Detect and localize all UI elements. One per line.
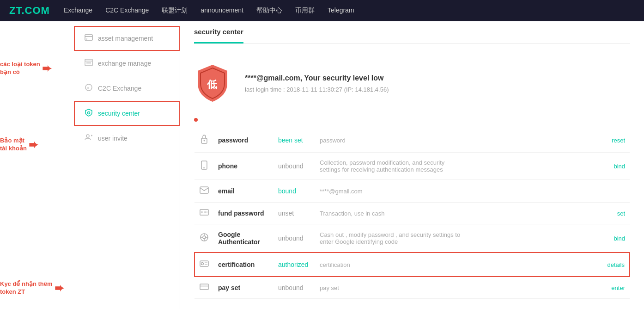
tab-bar: security center (194, 21, 630, 44)
security-center-icon (84, 108, 93, 118)
svg-point-9 (88, 112, 90, 114)
phone-icon-cell (194, 153, 213, 180)
certification-action-cell: details (581, 253, 630, 277)
table-row-google-auth: GoogleAuthenticator unbound Cash out , m… (194, 224, 630, 253)
svg-text:¥: ¥ (87, 86, 90, 90)
email-status: bound (273, 180, 315, 203)
google-auth-status: unbound (273, 224, 315, 253)
pay-set-action-cell: enter (581, 277, 630, 299)
sidebar-item-security-label: security center (98, 110, 140, 117)
sidebar-item-c2c[interactable]: ¥ C2C Exchange (74, 76, 180, 101)
email-desc: ****@gmail.com (315, 180, 581, 203)
phone-name: phone (213, 153, 273, 180)
sidebar-item-c2c-label: C2C Exchange (98, 85, 141, 92)
annotation-kyc: Kyc để nhận thêmtoken ZT ➨ (0, 280, 64, 296)
security-header: 低 ****@gmail.com, Your security level lo… (194, 53, 630, 113)
certification-desc: certification (315, 253, 581, 277)
password-name: password (213, 128, 273, 153)
svg-rect-18 (200, 187, 208, 193)
nav-link-联盟计划[interactable]: 联盟计划 (162, 6, 188, 14)
sidebar-item-exchange-label: exchange manage (98, 60, 151, 67)
certification-details-link[interactable]: details (607, 261, 625, 268)
sidebar-item-exchange-manage[interactable]: exchange manage (74, 51, 180, 76)
email-name: email (213, 180, 273, 203)
asset-management-icon: ¥ (84, 33, 93, 43)
pay-set-status: unbound (273, 277, 315, 299)
svg-text:低: 低 (207, 79, 218, 90)
sidebar-item-user-invite-label: user invite (98, 135, 128, 142)
sidebar-item-asset-management[interactable]: ¥ asset management (74, 26, 180, 51)
sidebar-item-user-invite[interactable]: user invite (74, 126, 180, 151)
user-email: ****@gmail.com (245, 74, 300, 82)
pay-set-enter-link[interactable]: enter (611, 284, 625, 291)
annotation-kyc-arrow: ➨ (55, 282, 64, 295)
svg-rect-36 (200, 285, 208, 287)
password-status: been set (273, 128, 315, 153)
nav-link-exchange[interactable]: Exchange (64, 6, 92, 14)
svg-text:¥: ¥ (86, 37, 88, 40)
annotation-security-arrow: ➨ (29, 138, 38, 151)
password-desc: password (315, 128, 581, 153)
annotation-security: Bảo mậttài khoản ➨ (0, 137, 38, 153)
phone-desc: Collection, password modification, and s… (315, 153, 581, 180)
table-row-email: email bound ****@gmail.com (194, 180, 630, 203)
password-reset-link[interactable]: reset (612, 137, 625, 144)
left-annotations: các loại tokenbạn có ➨ Bảo mậttài khoản … (0, 21, 74, 309)
table-row-fund-password: fund password unset Transaction, use in … (194, 203, 630, 224)
shield-svg: 低 (194, 62, 231, 104)
pay-set-name: pay set (213, 277, 273, 299)
svg-point-10 (86, 135, 89, 137)
svg-point-32 (201, 263, 204, 265)
table-row-certification: certification authorized certification d… (194, 253, 630, 277)
page-wrapper: ZT.COM ExchangeC2C Exchange联盟计划announcem… (0, 0, 644, 309)
svg-point-26 (203, 236, 206, 239)
last-login-info: last login time : 2018-11-11 11:30:27 (I… (245, 86, 389, 93)
nav-link-c2c-exchange[interactable]: C2C Exchange (105, 6, 149, 14)
nav-link-announcement[interactable]: announcement (200, 6, 243, 14)
nav-link-telegram[interactable]: Telegram (328, 6, 354, 14)
table-row-phone: phone unbound Collection, password modif… (194, 153, 630, 180)
google-auth-name: GoogleAuthenticator (213, 224, 273, 253)
password-action-cell: reset (581, 128, 630, 153)
svg-point-15 (203, 140, 205, 142)
fund-password-icon-cell (194, 203, 213, 224)
google-auth-action-cell: bind (581, 224, 630, 253)
sidebar: ¥ asset management exchange manage (74, 21, 180, 309)
tab-security-center[interactable]: security center (194, 21, 243, 43)
annotation-security-text: Bảo mậttài khoản (0, 137, 27, 153)
security-info: ****@gmail.com, Your security level low … (245, 74, 389, 93)
nav-link-币用群[interactable]: 币用群 (295, 6, 315, 14)
password-icon-cell (194, 128, 213, 153)
email-icon-cell (194, 180, 213, 203)
fund-password-status: unset (273, 203, 315, 224)
exchange-manage-icon (84, 58, 93, 68)
top-nav: ZT.COM ExchangeC2C Exchange联盟计划announcem… (0, 0, 644, 21)
certification-name: certification (213, 253, 273, 277)
certification-status: authorized (273, 253, 315, 277)
sidebar-item-security-center[interactable]: security center (74, 101, 180, 126)
google-auth-bind-link[interactable]: bind (614, 235, 625, 242)
annotation-token-arrow: ➨ (42, 62, 51, 75)
nav-link-帮助中心[interactable]: 帮助中心 (256, 6, 282, 14)
pay-set-icon-cell (194, 277, 213, 299)
google-auth-icon-cell (194, 224, 213, 253)
c2c-icon: ¥ (84, 83, 93, 93)
phone-action-cell: bind (581, 153, 630, 180)
fund-password-desc: Transaction, use in cash (315, 203, 581, 224)
table-row-password: password been set password reset (194, 128, 630, 153)
certification-icon-cell (194, 253, 213, 277)
nav-links: ExchangeC2C Exchange联盟计划announcement帮助中心… (64, 6, 354, 15)
fund-password-action-cell: set (581, 203, 630, 224)
security-table: password been set password reset (194, 128, 630, 299)
security-progress-dot (194, 118, 198, 122)
phone-bind-link[interactable]: bind (614, 163, 625, 170)
sidebar-item-asset-label: asset management (98, 35, 153, 42)
security-level-msg: , Your security level low (300, 74, 384, 82)
security-user-info: ****@gmail.com, Your security level low (245, 74, 389, 82)
annotation-token: các loại tokenbạn có ➨ (0, 61, 51, 76)
logo[interactable]: ZT.COM (9, 5, 50, 17)
annotation-kyc-text: Kyc để nhận thêmtoken ZT (0, 280, 53, 296)
pay-set-desc: pay set (315, 277, 581, 299)
fund-password-set-link[interactable]: set (617, 210, 625, 217)
body-section: các loại tokenbạn có ➨ Bảo mậttài khoản … (0, 21, 644, 309)
